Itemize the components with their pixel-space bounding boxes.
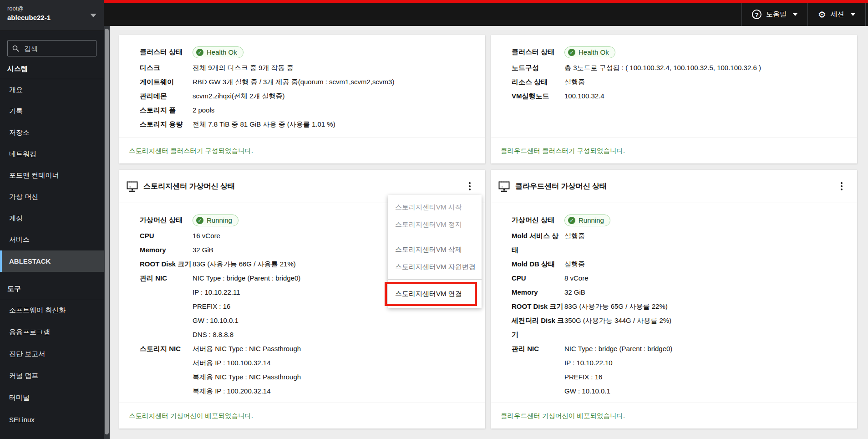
kebab-menu-icon[interactable] xyxy=(464,179,475,193)
field-label: 스토리지 NIC xyxy=(140,342,193,398)
chevron-down-icon xyxy=(793,13,797,16)
host-user: root@ xyxy=(7,5,96,12)
sidebar-item-accounts[interactable]: 계정 xyxy=(0,208,104,229)
field-row: 스토리지 용량 전체 7.8 TiB 중 81 GiB 사용 중 (사용률 1.… xyxy=(140,117,474,131)
field-label: 관리 NIC xyxy=(512,342,564,403)
field-value: 전체 7.8 TiB 중 81 GiB 사용 중 (사용률 1.01 %) xyxy=(193,117,474,131)
sidebar-group-system: 시스템 xyxy=(0,56,104,79)
field-label: 세컨더리 Disk 크기 xyxy=(512,313,564,342)
field-label: 가상머신 상태 xyxy=(512,213,564,227)
sidebar-item-software-updates[interactable]: 소프트웨어 최신화 xyxy=(0,299,104,321)
field-row: 리소스 상태 실행중 xyxy=(512,75,846,89)
menu-item-vm-resize[interactable]: 스토리지센터VM 자원변경 xyxy=(388,258,482,276)
field-row: Mold DB 상태 실행중 xyxy=(512,257,846,271)
sidebar-group-tools: 도구 xyxy=(0,276,104,299)
status-badge: ✓ Running xyxy=(193,214,239,226)
field-row: 스토리지 NIC 서버용 NIC Type : NIC Passthrough … xyxy=(140,342,474,398)
field-label: 스토리지 풀 xyxy=(140,103,193,117)
search-icon xyxy=(12,45,19,52)
field-value: 실행중 xyxy=(564,257,846,271)
sidebar-scrollbar xyxy=(104,26,110,439)
field-value-line: 서버용 IP : 100.100.32.14 xyxy=(193,356,474,370)
sidebar-item-podman[interactable]: 포드맨 컨테이너 xyxy=(0,165,104,186)
cloud-cluster-body: 클러스터 상태 ✓ Health Ok 노드구성 총 3노드로 구성됨 : ( … xyxy=(491,35,857,138)
status-badge-text: Running xyxy=(579,216,604,225)
field-label: 노드구성 xyxy=(512,61,564,75)
cloud-vm-card: 클라우드센터 가상머신 상태 가상머신 상태 ✓ Running Mold 서비… xyxy=(491,170,857,429)
field-value: 2 pools xyxy=(193,103,474,117)
field-label: 클러스터 상태 xyxy=(512,45,564,59)
field-row: CPU 8 vCore xyxy=(512,271,846,285)
search-input[interactable] xyxy=(23,44,91,53)
masthead: ? 도움말 ⚙ 세션 xyxy=(104,0,868,26)
field-value-line: IP : 10.10.22.10 xyxy=(564,356,846,370)
status-badge-text: Health Ok xyxy=(207,48,237,56)
kebab-menu-icon[interactable] xyxy=(836,179,847,193)
sidebar-item-storage[interactable]: 저장소 xyxy=(0,122,104,143)
check-circle-icon: ✓ xyxy=(568,49,575,56)
sidebar-item-services[interactable]: 서비스 xyxy=(0,229,104,250)
field-label: ROOT Disk 크기 xyxy=(140,257,193,271)
field-value: 실행중 xyxy=(564,229,846,257)
field-value-line: GW : 10.10.0.1 xyxy=(193,313,474,327)
sidebar-item-logs[interactable]: 기록 xyxy=(0,101,104,122)
field-value-line: 서버용 NIC Type : NIC Passthrough xyxy=(193,342,474,356)
menu-item-vm-start[interactable]: 스토리지센터VM 시작 xyxy=(388,199,482,216)
field-row: Memory 32 GiB xyxy=(512,285,846,299)
field-value: scvm2.zihqxi(전체 2개 실행중) xyxy=(193,89,474,103)
sidebar-item-selinux[interactable]: SELinux xyxy=(0,408,104,430)
storage-vm-footer: 스토리지센터 가상머신이 배포되었습니다. xyxy=(119,403,485,429)
menu-item-vm-connect[interactable]: 스토리지센터VM 연결 xyxy=(388,283,482,304)
sidebar-search xyxy=(7,40,96,56)
field-row: 디스크 전체 9개의 디스크 중 9개 작동 중 xyxy=(140,61,474,75)
field-row: Mold 서비스 상태 실행중 xyxy=(512,229,846,257)
menu-divider xyxy=(388,279,482,280)
check-circle-icon: ✓ xyxy=(196,217,203,224)
cloud-vm-body: 가상머신 상태 ✓ Running Mold 서비스 상태 실행중 Mold D… xyxy=(491,203,857,403)
check-circle-icon: ✓ xyxy=(568,217,575,224)
sidebar-item-overview[interactable]: 개요 xyxy=(0,79,104,101)
field-label: 클러스터 상태 xyxy=(140,45,193,59)
field-label: 디스크 xyxy=(140,61,193,75)
cloud-cluster-card: 클러스터 상태 ✓ Health Ok 노드구성 총 3노드로 구성됨 : ( … xyxy=(491,35,857,163)
host-switcher[interactable]: root@ ablecube22-1 xyxy=(0,0,104,31)
field-value: 실행중 xyxy=(564,75,846,89)
sidebar: 시스템 개요 기록 저장소 네트워킹 포드맨 컨테이너 가상 머신 계정 서비스… xyxy=(0,31,104,439)
sidebar-item-diagnostic-reports[interactable]: 진단 보고서 xyxy=(0,343,104,365)
field-label: 리소스 상태 xyxy=(512,75,564,89)
cloud-cluster-footer: 클라우드센터 클러스터가 구성되었습니다. xyxy=(491,138,857,163)
field-row: 클러스터 상태 ✓ Health Ok xyxy=(512,42,846,61)
sidebar-scrollbar-thumb[interactable] xyxy=(105,29,109,434)
sidebar-item-networking[interactable]: 네트워킹 xyxy=(0,143,104,165)
help-menu-button[interactable]: ? 도움말 xyxy=(741,3,807,26)
storage-vm-title: 스토리지센터 가상머신 상태 xyxy=(143,182,235,191)
field-label: Memory xyxy=(512,285,564,299)
field-value-line: 복제용 NIC Type : NIC Passthrough xyxy=(193,370,474,384)
menu-item-vm-stop[interactable]: 스토리지센터VM 정지 xyxy=(388,216,482,233)
sidebar-item-terminal[interactable]: 터미널 xyxy=(0,387,104,408)
field-label: CPU xyxy=(512,271,564,285)
field-label: 관리데몬 xyxy=(140,89,193,103)
field-row: 관리데몬 scvm2.zihqxi(전체 2개 실행중) xyxy=(140,89,474,103)
field-value: 100.100.32.4 xyxy=(564,89,846,103)
sidebar-item-kernel-dump[interactable]: 커널 덤프 xyxy=(0,365,104,387)
field-value-line: DNS : 8.8.8.8 xyxy=(564,398,846,403)
field-label: Mold DB 상태 xyxy=(512,257,564,271)
check-circle-icon: ✓ xyxy=(196,49,203,56)
sidebar-item-applications[interactable]: 응용프로그램 xyxy=(0,321,104,343)
cloud-vm-footer: 클라우드센터 가상머신이 배포되었습니다. xyxy=(491,403,857,429)
vm-monitor-icon xyxy=(126,181,138,192)
field-row: 관리 NIC NIC Type : bridge (Parent : bridg… xyxy=(512,342,846,403)
gear-icon: ⚙ xyxy=(818,10,826,19)
sidebar-item-ablestack[interactable]: ABLESTACK xyxy=(0,250,104,272)
status-badge: ✓ Health Ok xyxy=(564,46,615,58)
help-icon: ? xyxy=(752,10,761,19)
sidebar-item-virtual-machines[interactable]: 가상 머신 xyxy=(0,186,104,208)
status-badge: ✓ Running xyxy=(564,214,610,226)
session-menu-button[interactable]: ⚙ 세션 xyxy=(807,3,866,26)
field-label: Memory xyxy=(140,243,193,257)
field-value: 32 GiB xyxy=(564,285,846,299)
field-row: 세컨더리 Disk 크기 350G (사용가능 344G / 사용률 2%) xyxy=(512,313,846,342)
storage-cluster-footer: 스토리지센터 클러스터가 구성되었습니다. xyxy=(119,138,485,163)
menu-item-vm-delete[interactable]: 스토리지센터VM 삭제 xyxy=(388,241,482,258)
